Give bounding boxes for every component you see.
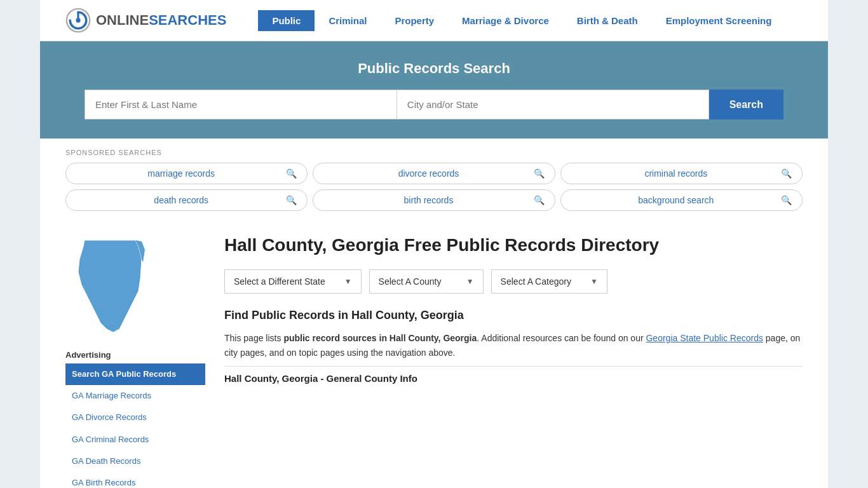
- sidebar-ad-divorce[interactable]: GA Divorce Records: [65, 407, 205, 428]
- search-icon-4: 🔍: [286, 195, 297, 205]
- sponsored-item-death[interactable]: death records 🔍: [65, 189, 308, 211]
- chevron-down-icon-county: ▼: [466, 277, 474, 286]
- sponsored-link-divorce: divorce records: [323, 168, 533, 179]
- main-nav: Public Criminal Property Marriage & Divo…: [258, 10, 785, 31]
- logo-text: ONLINESEARCHES: [96, 12, 226, 29]
- georgia-state-link[interactable]: Georgia State Public Records: [646, 333, 763, 343]
- search-bar: Search: [85, 90, 783, 119]
- hero-section: Public Records Search Search: [40, 41, 828, 139]
- sponsored-item-marriage[interactable]: marriage records 🔍: [65, 163, 308, 184]
- search-icon-6: 🔍: [781, 195, 792, 205]
- dropdowns-row: Select a Different State ▼ Select A Coun…: [224, 269, 803, 294]
- sponsored-section: SPONSORED SEARCHES marriage records 🔍 di…: [40, 139, 828, 221]
- search-icon-1: 🔍: [286, 168, 297, 179]
- state-map: [65, 234, 205, 337]
- nav-item-employment[interactable]: Employment Screening: [652, 10, 786, 31]
- sponsored-grid: marriage records 🔍 divorce records 🔍 cri…: [65, 163, 803, 211]
- find-records-heading: Find Public Records in Hall County, Geor…: [224, 309, 803, 322]
- sidebar-ad-death[interactable]: GA Death Records: [65, 451, 205, 472]
- advertising-section: Advertising Search GA Public Records GA …: [65, 350, 205, 488]
- sponsored-link-birth: birth records: [323, 195, 533, 205]
- georgia-map-svg: [65, 234, 154, 336]
- nav-item-birth[interactable]: Birth & Death: [563, 10, 652, 31]
- search-button[interactable]: Search: [709, 90, 783, 119]
- sponsored-link-marriage: marriage records: [76, 168, 286, 179]
- logo-icon: [65, 8, 91, 33]
- nav-item-property[interactable]: Property: [381, 10, 448, 31]
- county-dropdown[interactable]: Select A County ▼: [369, 269, 484, 294]
- state-dropdown[interactable]: Select a Different State ▼: [224, 269, 362, 294]
- nav-item-marriage[interactable]: Marriage & Divorce: [448, 10, 563, 31]
- search-icon-2: 🔍: [534, 168, 545, 179]
- hero-title: Public Records Search: [65, 60, 803, 77]
- search-icon-3: 🔍: [781, 168, 792, 179]
- sidebar: Advertising Search GA Public Records GA …: [65, 234, 205, 488]
- sponsored-item-criminal[interactable]: criminal records 🔍: [560, 163, 803, 184]
- sidebar-ad-criminal[interactable]: GA Criminal Records: [65, 429, 205, 451]
- state-dropdown-label: Select a Different State: [234, 276, 325, 287]
- description-text: This page lists public record sources in…: [224, 331, 803, 360]
- sidebar-ad-search-ga[interactable]: Search GA Public Records: [65, 363, 205, 385]
- advertising-label: Advertising: [65, 350, 205, 360]
- name-input[interactable]: [85, 90, 397, 119]
- nav-item-public[interactable]: Public: [258, 10, 315, 31]
- main-content: Hall County, Georgia Free Public Records…: [224, 234, 803, 488]
- sponsored-item-birth[interactable]: birth records 🔍: [313, 189, 555, 211]
- sponsored-link-background: background search: [571, 195, 781, 205]
- sidebar-ad-birth[interactable]: GA Birth Records: [65, 472, 205, 488]
- header: ONLINESEARCHES Public Criminal Property …: [40, 0, 828, 41]
- sponsored-link-death: death records: [76, 195, 286, 205]
- chevron-down-icon-state: ▼: [344, 277, 352, 286]
- content-body: Advertising Search GA Public Records GA …: [40, 221, 828, 488]
- page-title: Hall County, Georgia Free Public Records…: [224, 234, 803, 257]
- sponsored-item-background[interactable]: background search 🔍: [560, 189, 803, 211]
- county-dropdown-label: Select A County: [379, 276, 442, 287]
- location-input[interactable]: [397, 90, 709, 119]
- sponsored-label: SPONSORED SEARCHES: [65, 149, 803, 156]
- search-icon-5: 🔍: [534, 195, 545, 205]
- section-title: Hall County, Georgia - General County In…: [224, 366, 803, 384]
- sponsored-item-divorce[interactable]: divorce records 🔍: [313, 163, 555, 184]
- sponsored-link-criminal: criminal records: [571, 168, 781, 179]
- chevron-down-icon-category: ▼: [590, 277, 598, 286]
- category-dropdown[interactable]: Select A Category ▼: [491, 269, 607, 294]
- sidebar-ad-marriage[interactable]: GA Marriage Records: [65, 385, 205, 407]
- svg-marker-3: [78, 240, 142, 332]
- nav-item-criminal[interactable]: Criminal: [315, 10, 381, 31]
- logo: ONLINESEARCHES: [65, 8, 226, 33]
- category-dropdown-label: Select A Category: [501, 276, 571, 287]
